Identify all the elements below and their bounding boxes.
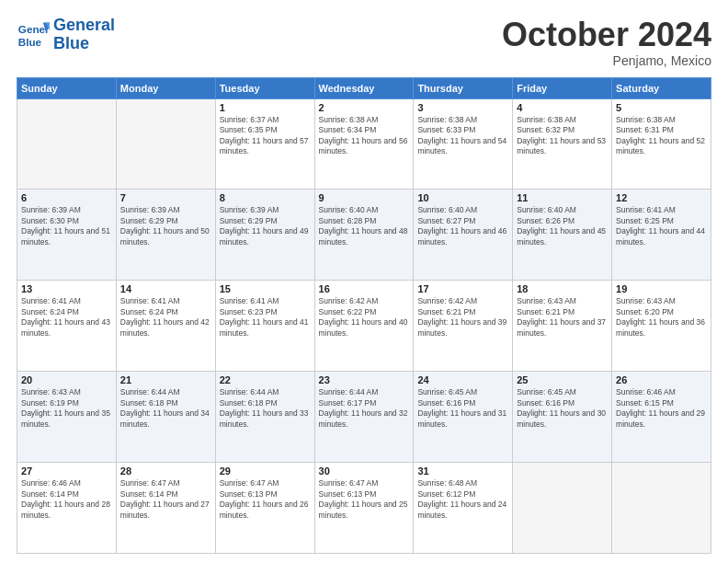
calendar-cell: 19Sunrise: 6:43 AMSunset: 6:20 PMDayligh… — [612, 281, 711, 372]
calendar-cell: 6Sunrise: 6:39 AMSunset: 6:30 PMDaylight… — [17, 190, 117, 281]
logo-icon: General Blue — [17, 18, 50, 52]
day-info: Sunrise: 6:41 AMSunset: 6:25 PMDaylight:… — [616, 205, 707, 247]
page: General Blue General Blue October 2024 P… — [0, 0, 728, 563]
day-info: Sunrise: 6:43 AMSunset: 6:19 PMDaylight:… — [21, 387, 112, 430]
calendar-cell: 21Sunrise: 6:44 AMSunset: 6:18 PMDayligh… — [116, 372, 215, 463]
day-number: 9 — [319, 192, 410, 203]
day-number: 22 — [220, 374, 311, 385]
day-number: 19 — [616, 283, 707, 294]
day-info: Sunrise: 6:47 AMSunset: 6:13 PMDaylight:… — [319, 478, 410, 521]
col-header-saturday: Saturday — [612, 77, 711, 98]
day-info: Sunrise: 6:44 AMSunset: 6:18 PMDaylight:… — [120, 387, 211, 430]
calendar-cell: 4Sunrise: 6:38 AMSunset: 6:32 PMDaylight… — [513, 98, 612, 190]
calendar-cell: 17Sunrise: 6:42 AMSunset: 6:21 PMDayligh… — [414, 281, 513, 372]
day-info: Sunrise: 6:43 AMSunset: 6:21 PMDaylight:… — [517, 296, 608, 339]
calendar-cell: 24Sunrise: 6:45 AMSunset: 6:16 PMDayligh… — [414, 372, 513, 463]
day-number: 26 — [616, 374, 707, 385]
day-number: 1 — [220, 102, 311, 113]
calendar-subtitle: Penjamo, Mexico — [502, 53, 711, 68]
day-info: Sunrise: 6:45 AMSunset: 6:16 PMDaylight:… — [417, 387, 508, 430]
logo: General Blue General Blue — [17, 17, 115, 53]
day-info: Sunrise: 6:42 AMSunset: 6:22 PMDaylight:… — [319, 296, 410, 339]
day-info: Sunrise: 6:40 AMSunset: 6:26 PMDaylight:… — [517, 205, 608, 247]
calendar-cell: 27Sunrise: 6:46 AMSunset: 6:14 PMDayligh… — [17, 463, 117, 554]
day-number: 27 — [21, 465, 112, 477]
calendar-cell: 16Sunrise: 6:42 AMSunset: 6:22 PMDayligh… — [314, 281, 414, 372]
calendar-cell: 29Sunrise: 6:47 AMSunset: 6:13 PMDayligh… — [215, 463, 314, 554]
day-info: Sunrise: 6:38 AMSunset: 6:33 PMDaylight:… — [417, 115, 508, 157]
calendar-cell: 15Sunrise: 6:41 AMSunset: 6:23 PMDayligh… — [215, 281, 314, 372]
day-number: 15 — [220, 283, 311, 294]
day-info: Sunrise: 6:46 AMSunset: 6:14 PMDaylight:… — [21, 478, 112, 521]
day-info: Sunrise: 6:47 AMSunset: 6:14 PMDaylight:… — [120, 478, 211, 521]
calendar-cell: 18Sunrise: 6:43 AMSunset: 6:21 PMDayligh… — [513, 281, 612, 372]
header: General Blue General Blue October 2024 P… — [17, 17, 711, 68]
day-number: 8 — [220, 192, 311, 203]
svg-text:Blue: Blue — [18, 35, 42, 47]
calendar-week-1: 1Sunrise: 6:37 AMSunset: 6:35 PMDaylight… — [17, 98, 711, 190]
day-number: 24 — [417, 374, 508, 385]
calendar-cell: 5Sunrise: 6:38 AMSunset: 6:31 PMDaylight… — [612, 98, 711, 190]
day-info: Sunrise: 6:37 AMSunset: 6:35 PMDaylight:… — [220, 115, 311, 157]
col-header-monday: Monday — [116, 77, 215, 98]
day-info: Sunrise: 6:44 AMSunset: 6:17 PMDaylight:… — [319, 387, 410, 430]
day-info: Sunrise: 6:39 AMSunset: 6:29 PMDaylight:… — [120, 205, 211, 247]
day-number: 12 — [616, 192, 707, 203]
calendar-cell: 8Sunrise: 6:39 AMSunset: 6:29 PMDaylight… — [215, 190, 314, 281]
calendar-cell — [612, 463, 711, 554]
day-number: 2 — [319, 102, 410, 113]
calendar-cell: 3Sunrise: 6:38 AMSunset: 6:33 PMDaylight… — [414, 98, 513, 190]
day-number: 3 — [417, 102, 508, 113]
day-info: Sunrise: 6:39 AMSunset: 6:29 PMDaylight:… — [220, 205, 311, 247]
day-number: 11 — [517, 192, 608, 203]
logo-text-blue: Blue — [53, 35, 115, 53]
day-number: 25 — [517, 374, 608, 385]
calendar-cell: 23Sunrise: 6:44 AMSunset: 6:17 PMDayligh… — [314, 372, 414, 463]
day-number: 23 — [319, 374, 410, 385]
col-header-wednesday: Wednesday — [314, 77, 414, 98]
calendar-cell: 30Sunrise: 6:47 AMSunset: 6:13 PMDayligh… — [314, 463, 414, 554]
day-info: Sunrise: 6:40 AMSunset: 6:27 PMDaylight:… — [417, 205, 508, 247]
calendar-cell: 31Sunrise: 6:48 AMSunset: 6:12 PMDayligh… — [414, 463, 513, 554]
calendar-header-row: SundayMondayTuesdayWednesdayThursdayFrid… — [17, 77, 711, 98]
calendar-cell: 14Sunrise: 6:41 AMSunset: 6:24 PMDayligh… — [116, 281, 215, 372]
day-info: Sunrise: 6:38 AMSunset: 6:32 PMDaylight:… — [517, 115, 608, 157]
col-header-friday: Friday — [513, 77, 612, 98]
day-number: 6 — [21, 192, 112, 203]
day-number: 5 — [616, 102, 707, 113]
day-info: Sunrise: 6:41 AMSunset: 6:24 PMDaylight:… — [120, 296, 211, 339]
day-info: Sunrise: 6:46 AMSunset: 6:15 PMDaylight:… — [616, 387, 707, 430]
col-header-sunday: Sunday — [17, 77, 117, 98]
calendar-cell: 10Sunrise: 6:40 AMSunset: 6:27 PMDayligh… — [414, 190, 513, 281]
calendar-cell: 7Sunrise: 6:39 AMSunset: 6:29 PMDaylight… — [116, 190, 215, 281]
day-info: Sunrise: 6:40 AMSunset: 6:28 PMDaylight:… — [319, 205, 410, 247]
day-number: 7 — [120, 192, 211, 203]
calendar-cell: 25Sunrise: 6:45 AMSunset: 6:16 PMDayligh… — [513, 372, 612, 463]
day-info: Sunrise: 6:42 AMSunset: 6:21 PMDaylight:… — [417, 296, 508, 339]
day-info: Sunrise: 6:41 AMSunset: 6:23 PMDaylight:… — [220, 296, 311, 339]
day-number: 20 — [21, 374, 112, 385]
day-info: Sunrise: 6:38 AMSunset: 6:34 PMDaylight:… — [319, 115, 410, 157]
day-info: Sunrise: 6:41 AMSunset: 6:24 PMDaylight:… — [21, 296, 112, 339]
calendar-cell: 26Sunrise: 6:46 AMSunset: 6:15 PMDayligh… — [612, 372, 711, 463]
day-number: 4 — [517, 102, 608, 113]
day-number: 18 — [517, 283, 608, 294]
day-number: 13 — [21, 283, 112, 294]
calendar-week-3: 13Sunrise: 6:41 AMSunset: 6:24 PMDayligh… — [17, 281, 711, 372]
title-block: October 2024 Penjamo, Mexico — [502, 17, 711, 68]
day-info: Sunrise: 6:44 AMSunset: 6:18 PMDaylight:… — [220, 387, 311, 430]
calendar-cell: 28Sunrise: 6:47 AMSunset: 6:14 PMDayligh… — [116, 463, 215, 554]
day-number: 17 — [417, 283, 508, 294]
calendar-cell: 20Sunrise: 6:43 AMSunset: 6:19 PMDayligh… — [17, 372, 117, 463]
calendar-cell — [116, 98, 215, 190]
day-info: Sunrise: 6:43 AMSunset: 6:20 PMDaylight:… — [616, 296, 707, 339]
calendar-cell: 1Sunrise: 6:37 AMSunset: 6:35 PMDaylight… — [215, 98, 314, 190]
day-number: 30 — [319, 465, 410, 477]
col-header-tuesday: Tuesday — [215, 77, 314, 98]
calendar-cell: 9Sunrise: 6:40 AMSunset: 6:28 PMDaylight… — [314, 190, 414, 281]
day-info: Sunrise: 6:38 AMSunset: 6:31 PMDaylight:… — [616, 115, 707, 157]
calendar-cell — [513, 463, 612, 554]
calendar-week-2: 6Sunrise: 6:39 AMSunset: 6:30 PMDaylight… — [17, 190, 711, 281]
day-number: 10 — [417, 192, 508, 203]
day-info: Sunrise: 6:45 AMSunset: 6:16 PMDaylight:… — [517, 387, 608, 430]
